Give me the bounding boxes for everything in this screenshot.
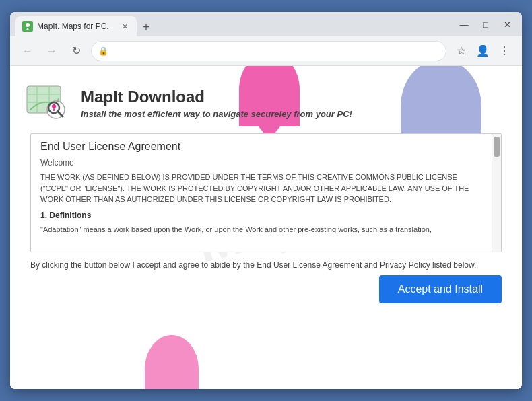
eula-title: End User License Agreement — [40, 141, 492, 153]
back-button[interactable]: ← — [18, 42, 37, 61]
bookmark-icon[interactable]: ☆ — [452, 42, 471, 61]
new-tab-button[interactable]: + — [137, 17, 156, 36]
address-bar: ← → ↻ 🔒 ☆ 👤 ⋮ — [10, 36, 522, 66]
eula-container: End User License Agreement Welcome THE W… — [30, 133, 502, 252]
tab-favicon — [22, 21, 33, 32]
pink-pin-shape-2 — [145, 335, 199, 389]
close-button[interactable]: ✕ — [498, 15, 517, 34]
menu-icon[interactable]: ⋮ — [495, 42, 514, 61]
eula-scrollbar-thumb[interactable] — [494, 137, 500, 157]
active-tab[interactable]: MapIt. Maps for PC. ✕ — [15, 16, 137, 36]
window-controls: — □ ✕ — [455, 15, 517, 34]
reload-button[interactable]: ↻ — [67, 42, 86, 61]
browser-window: MapIt. Maps for PC. ✕ + — □ ✕ ← → ↻ 🔒 ☆ … — [10, 12, 522, 389]
button-area: Accept and Install — [10, 275, 522, 310]
svg-marker-1 — [26, 28, 29, 30]
forward-button[interactable]: → — [42, 42, 61, 61]
profile-icon[interactable]: 👤 — [473, 42, 492, 61]
map-icon-svg — [24, 79, 71, 126]
address-bar-input[interactable]: 🔒 — [91, 41, 446, 61]
eula-body-text: THE WORK (AS DEFINED BELOW) IS PROVIDED … — [40, 172, 492, 205]
header-area: MapIt Download Install the most efficien… — [10, 66, 522, 133]
eula-scrollbar[interactable] — [492, 134, 501, 252]
app-icon — [24, 79, 71, 126]
toolbar-icons: ☆ 👤 ⋮ — [452, 42, 514, 61]
accept-install-button[interactable]: Accept and Install — [379, 275, 502, 303]
app-subtitle: Install the most efficient way to naviga… — [81, 109, 502, 119]
title-bar: MapIt. Maps for PC. ✕ + — □ ✕ — [10, 12, 522, 36]
eula-welcome-label: Welcome — [40, 158, 492, 168]
tab-close-button[interactable]: ✕ — [119, 21, 130, 32]
eula-definition-text: "Adaptation" means a work based upon the… — [40, 224, 492, 235]
maximize-button[interactable]: □ — [476, 15, 495, 34]
page-content: MapIt — [10, 66, 522, 389]
eula-section-1-label: 1. Definitions — [40, 211, 492, 220]
app-title: MapIt Download — [81, 87, 502, 106]
header-text: MapIt Download Install the most efficien… — [81, 87, 502, 119]
tab-label: MapIt. Maps for PC. — [37, 22, 115, 31]
svg-point-10 — [52, 104, 56, 108]
svg-point-0 — [26, 23, 30, 27]
minimize-button[interactable]: — — [455, 15, 473, 34]
eula-inner: End User License Agreement Welcome THE W… — [31, 134, 501, 252]
tab-area: MapIt. Maps for PC. ✕ + — [15, 12, 455, 36]
page-inner: MapIt — [10, 66, 522, 389]
agreement-text: By clicking the button below I accept an… — [30, 259, 502, 271]
lock-icon: 🔒 — [98, 46, 108, 56]
